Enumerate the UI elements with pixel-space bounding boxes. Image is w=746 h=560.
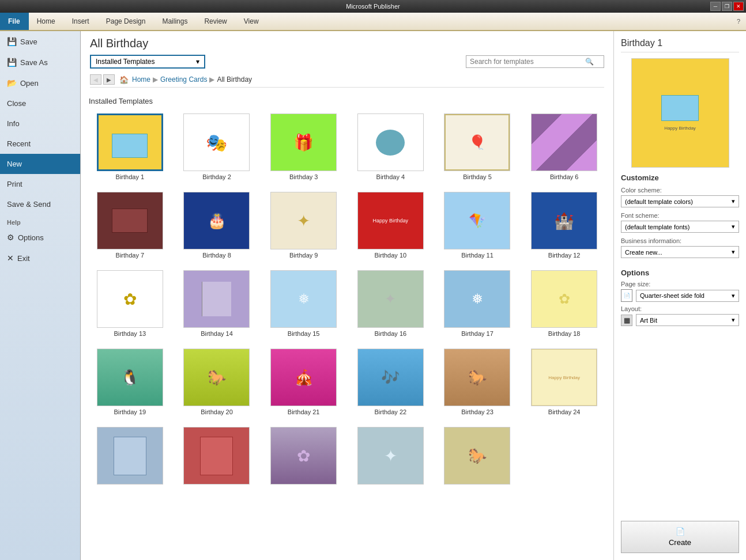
- tab-file[interactable]: File: [0, 13, 29, 30]
- search-icon[interactable]: 🔍: [585, 58, 594, 66]
- forward-button[interactable]: ▶: [103, 74, 115, 85]
- template-item-b23[interactable]: Birthday 23: [436, 346, 519, 418]
- template-thumbnail: [358, 427, 423, 484]
- template-grid-wrapper[interactable]: Installed Templates Birthday 1Birthday 2…: [81, 91, 613, 560]
- layout-arrow-icon: ▾: [732, 316, 735, 324]
- template-item-b2[interactable]: Birthday 2: [176, 111, 258, 183]
- close-button[interactable]: ✕: [733, 2, 744, 11]
- restore-button[interactable]: ❐: [722, 2, 732, 11]
- sidebar-item-info[interactable]: Info: [0, 113, 80, 134]
- sidebar-item-close[interactable]: Close: [0, 93, 80, 113]
- template-item-b12[interactable]: Birthday 12: [523, 190, 605, 261]
- font-scheme-dropdown[interactable]: (default template fonts) ▾: [621, 221, 739, 233]
- template-item-b10[interactable]: Birthday 10: [349, 190, 432, 261]
- sidebar-item-exit[interactable]: ✕ Exit: [0, 248, 80, 268]
- tab-page-design[interactable]: Page Design: [98, 13, 155, 30]
- sidebar-label-recent: Recent: [7, 139, 31, 148]
- template-item-b3[interactable]: Birthday 3: [262, 111, 345, 183]
- sidebar-label-new: New: [7, 160, 22, 168]
- template-label: Birthday 10: [375, 252, 407, 259]
- template-item-b17[interactable]: Birthday 17: [436, 268, 519, 339]
- options-icon: ⚙: [7, 233, 14, 242]
- template-preview: Happy Birthday: [631, 58, 729, 168]
- template-item-b15[interactable]: Birthday 15: [262, 268, 345, 339]
- template-item-b1[interactable]: Birthday 1: [89, 111, 171, 183]
- page-size-dropdown[interactable]: Quarter-sheet side fold ▾: [636, 290, 739, 302]
- template-item-r1[interactable]: [89, 425, 171, 489]
- tab-insert[interactable]: Insert: [64, 13, 98, 30]
- template-item-b22[interactable]: Birthday 22: [349, 346, 432, 418]
- template-thumbnail: [97, 349, 163, 406]
- template-label: Birthday 14: [201, 330, 233, 337]
- sidebar-label-save-send: Save & Send: [7, 200, 51, 209]
- template-thumb-wrapper: [531, 349, 597, 406]
- template-label: Birthday 21: [288, 408, 320, 415]
- business-info-dropdown[interactable]: Create new... ▾: [621, 246, 739, 258]
- minimize-button[interactable]: ─: [710, 2, 721, 11]
- page-size-arrow-icon: ▾: [732, 292, 735, 300]
- template-item-b21[interactable]: Birthday 21: [262, 346, 345, 418]
- sidebar-item-save-send[interactable]: Save & Send: [0, 194, 80, 214]
- template-item-r4[interactable]: [349, 425, 432, 489]
- template-label: Birthday 1: [116, 173, 145, 180]
- sidebar-divider-help: Help: [0, 214, 80, 227]
- color-scheme-value: (default template colors): [625, 198, 693, 205]
- breadcrumb-home[interactable]: Home: [132, 75, 150, 84]
- tab-review[interactable]: Review: [196, 13, 235, 30]
- breadcrumb-all-birthday: All Birthday: [217, 75, 252, 84]
- template-thumbnail: [271, 349, 336, 406]
- sidebar-item-print[interactable]: Print: [0, 174, 80, 194]
- template-thumb-wrapper: [531, 270, 597, 328]
- template-item-b7[interactable]: Birthday 7: [89, 190, 171, 261]
- template-item-b4[interactable]: Birthday 4: [349, 111, 432, 183]
- template-label: Birthday 15: [288, 330, 320, 337]
- template-item-r3[interactable]: [262, 425, 345, 489]
- template-thumb-wrapper: [444, 113, 510, 171]
- template-item-b8[interactable]: Birthday 8: [176, 190, 258, 261]
- create-button[interactable]: 📄 Create: [621, 521, 739, 553]
- template-item-b6[interactable]: Birthday 6: [523, 111, 605, 183]
- sidebar-label-open: Open: [20, 79, 39, 88]
- sidebar-item-new[interactable]: New: [0, 154, 80, 174]
- template-thumbnail: [358, 349, 423, 406]
- template-item-b11[interactable]: Birthday 11: [436, 190, 519, 261]
- template-item-b24[interactable]: Birthday 24: [523, 346, 605, 418]
- sidebar-item-save[interactable]: 💾 Save: [0, 31, 80, 52]
- breadcrumb-greeting-cards[interactable]: Greeting Cards: [160, 75, 207, 84]
- layout-value: Art Bit: [640, 317, 657, 324]
- template-source-dropdown[interactable]: Installed Templates ▾: [90, 55, 205, 69]
- search-input[interactable]: [470, 58, 585, 66]
- template-thumb-wrapper: [97, 113, 163, 171]
- back-button[interactable]: ◀: [90, 74, 101, 85]
- tab-view[interactable]: View: [236, 13, 267, 30]
- template-thumbnail: [444, 114, 510, 171]
- template-item-b20[interactable]: Birthday 20: [176, 346, 258, 418]
- template-thumbnail: [184, 114, 249, 171]
- template-thumbnail: [444, 349, 510, 406]
- section-label: Installed Templates: [89, 97, 605, 105]
- tab-home[interactable]: Home: [29, 13, 64, 30]
- sidebar-item-options[interactable]: ⚙ Options: [0, 227, 80, 248]
- template-thumb-wrapper: [183, 113, 250, 171]
- template-item-b13[interactable]: Birthday 13: [89, 268, 171, 339]
- template-thumb-wrapper: [531, 113, 597, 171]
- template-item-b5[interactable]: Birthday 5: [436, 111, 519, 183]
- template-controls: Installed Templates ▾ 🔍: [90, 55, 604, 69]
- template-item-b9[interactable]: Birthday 9: [262, 190, 345, 261]
- template-item-b16[interactable]: Birthday 16: [349, 268, 432, 339]
- template-item-b19[interactable]: Birthday 19: [89, 346, 171, 418]
- template-item-r2[interactable]: [176, 425, 258, 489]
- tab-mailings[interactable]: Mailings: [154, 13, 196, 30]
- color-scheme-arrow-icon: ▾: [732, 198, 735, 205]
- sidebar-item-open[interactable]: 📂 Open: [0, 73, 80, 93]
- sidebar-item-recent[interactable]: Recent: [0, 134, 80, 154]
- sidebar-item-save-as[interactable]: 💾 Save As: [0, 52, 80, 73]
- template-label: Birthday 18: [548, 330, 581, 337]
- template-item-b14[interactable]: Birthday 14: [176, 268, 258, 339]
- color-scheme-dropdown[interactable]: (default template colors) ▾: [621, 195, 739, 207]
- template-item-r5[interactable]: [436, 425, 519, 489]
- template-thumb-wrapper: [444, 349, 510, 406]
- template-item-b18[interactable]: Birthday 18: [523, 268, 605, 339]
- help-icon[interactable]: ?: [731, 13, 746, 30]
- layout-dropdown[interactable]: Art Bit ▾: [636, 314, 739, 326]
